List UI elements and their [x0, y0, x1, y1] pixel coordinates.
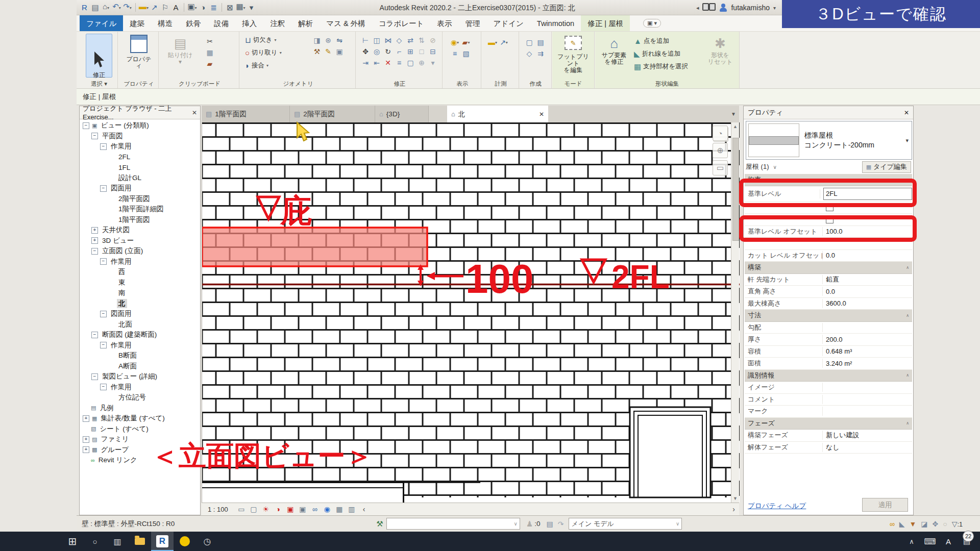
match-type-icon[interactable]: ▰	[204, 58, 215, 69]
close-icon[interactable]: ✕	[904, 109, 909, 116]
search-icon[interactable]: ○	[84, 532, 106, 551]
offset-icon[interactable]: ◫	[371, 35, 382, 46]
selected-roof[interactable]	[202, 228, 427, 266]
properties-header[interactable]: プロパティ ✕	[744, 106, 913, 119]
ribbon-display-toggle[interactable]: ▣ ▾	[643, 19, 661, 28]
align-icon[interactable]: ⊢	[360, 35, 371, 46]
measure-icon[interactable]: ▬▾	[138, 0, 149, 15]
tree-item[interactable]: 西	[80, 267, 200, 278]
select-elements-by-face-icon[interactable]: ◪	[921, 520, 927, 528]
property-value[interactable]: 3600.0	[823, 299, 912, 307]
tree-item[interactable]: 1FL	[80, 162, 200, 173]
view-list-arrow-icon[interactable]: ▼	[731, 111, 739, 117]
paint-icon[interactable]: ✎	[323, 46, 334, 57]
expand-icon[interactable]: +	[91, 227, 98, 234]
collapse-icon[interactable]: −	[91, 248, 98, 255]
trim-extend-corner-icon[interactable]: ⌐	[394, 46, 405, 57]
delete-icon[interactable]: ✕	[382, 57, 394, 68]
customize-quick-access-icon[interactable]: ▾	[246, 1, 257, 15]
match-icon[interactable]: ≡	[394, 57, 405, 68]
scroll-down-icon[interactable]: ▼	[731, 494, 739, 503]
panel-label-select[interactable]: 選択 ▾	[81, 80, 117, 88]
ribbon-tab[interactable]: コラボレート	[372, 15, 431, 31]
tree-item[interactable]: −図面用	[80, 309, 200, 319]
ribbon-tab[interactable]: 鉄骨	[179, 15, 207, 31]
create-assembly-icon[interactable]: ◇	[524, 48, 535, 59]
element-selection[interactable]: 屋根 (1)	[746, 162, 769, 171]
trim-extend-multi-icon[interactable]: ⇤	[371, 57, 382, 68]
collapse-icon[interactable]: −	[100, 185, 107, 192]
tree-item[interactable]: +3D ビュー	[80, 236, 200, 246]
cope-icon[interactable]: ⊔切欠き▾	[245, 34, 282, 46]
tree-item[interactable]: ▧シート (すべて)	[80, 424, 200, 435]
view-tab[interactable]: ⌂{3D}	[375, 106, 429, 122]
temporary-hide-isolate-icon[interactable]: ∞	[310, 505, 320, 513]
edit-type-button[interactable]: ▦ タイプ編集	[862, 161, 911, 173]
revit-app-icon[interactable]: R	[79, 1, 90, 15]
property-value[interactable]: 200.0	[823, 336, 912, 343]
tree-item[interactable]: −作業用	[80, 141, 200, 152]
collapse-icon[interactable]: −	[100, 342, 107, 348]
worksharing-display-icon[interactable]: ▥	[347, 505, 357, 513]
properties-button[interactable]: プロパティ	[125, 35, 153, 77]
select-pinned-elements-icon[interactable]: ▼	[909, 520, 916, 528]
ribbon-tab[interactable]: マス & 外構	[320, 15, 372, 31]
copy-icon[interactable]: ◎	[371, 46, 382, 57]
vertical-scrollbar[interactable]: ▲ ▼	[731, 122, 739, 503]
ribbon-tab[interactable]: 建築	[123, 15, 151, 31]
signed-in-user[interactable]: futakamisho	[731, 4, 769, 12]
yellow-app-icon[interactable]	[174, 532, 196, 551]
create-parts-icon[interactable]: ⇉	[535, 48, 546, 59]
dimension-aligned-icon[interactable]: ↗▾	[498, 37, 509, 48]
array-icon[interactable]: ⊞	[405, 46, 416, 57]
mirror-pick-axis-icon[interactable]: ⋈	[382, 35, 394, 46]
property-value[interactable]: 3.240 m²	[823, 360, 912, 367]
chevron-down-icon[interactable]: ∨	[773, 164, 777, 170]
revit-icon[interactable]: R	[151, 532, 174, 551]
design-options-dropdown[interactable]: メイン モデル∨	[569, 518, 682, 530]
tree-item[interactable]: −図面用	[80, 183, 200, 194]
drag-elements-on-selection-icon[interactable]: ✥	[933, 520, 939, 528]
tree-item[interactable]: −作業用	[80, 257, 200, 267]
property-value[interactable]: 0.648 m³	[823, 347, 912, 355]
tree-item[interactable]: 北面	[80, 319, 200, 330]
pin-icon[interactable]: □	[416, 46, 427, 57]
file-explorer-icon[interactable]	[129, 532, 151, 551]
view-scale[interactable]: 1 : 100	[208, 506, 228, 513]
collapse-icon[interactable]: −	[100, 384, 107, 390]
reveal-hidden-elements-icon[interactable]: ◉	[322, 505, 332, 513]
tree-item[interactable]: +▦集計表/数量 (すべて)	[80, 413, 200, 424]
ribbon-tab[interactable]: 管理	[458, 15, 486, 31]
tree-item[interactable]: −立面図 (立面)	[80, 246, 200, 257]
background-processes-icon[interactable]: ○	[943, 520, 947, 528]
filter-icon[interactable]: ▽:1	[952, 520, 963, 528]
tree-item[interactable]: 2階平面図	[80, 194, 200, 205]
collapse-icon[interactable]: −	[100, 258, 107, 265]
trim-extend-single-icon[interactable]: ⇥	[360, 57, 371, 68]
home-icon[interactable]: ⌂▾	[101, 0, 111, 15]
navigation-wheel-icon[interactable]: ◔	[713, 126, 728, 141]
type-selector[interactable]: 標準屋根 コンクリート-200mm ▾	[746, 121, 912, 160]
tree-item[interactable]: −平面図	[80, 131, 200, 142]
default-3d-view-icon[interactable]: ▣▾	[187, 0, 198, 15]
view-tab[interactable]: ⌂北✕	[447, 106, 548, 122]
collapse-icon[interactable]: −	[100, 143, 107, 150]
crop-region-visible-icon[interactable]: ▣	[298, 505, 308, 513]
tree-item[interactable]: B断面	[80, 350, 200, 361]
ribbon-tab[interactable]: 注釈	[263, 15, 291, 31]
lock-icon[interactable]: ⊕	[416, 57, 427, 68]
crop-region-off-icon[interactable]: ▣	[285, 505, 296, 513]
navigation-bar-icon[interactable]: ▭	[713, 160, 728, 176]
collapse-icon[interactable]: −	[91, 373, 98, 380]
search-icon[interactable]	[702, 3, 716, 12]
edit-footprint-button[interactable]: ✎ フットプリント を編集	[555, 36, 591, 77]
tag-by-category-icon[interactable]: ⚐	[160, 1, 170, 15]
tree-item[interactable]: −作業用	[80, 382, 200, 393]
scroll-up-icon[interactable]: ▲	[731, 122, 739, 131]
project-browser-header[interactable]: プロジェクト ブラウザ - 二上Exercise... ✕	[80, 106, 200, 119]
add-point-icon[interactable]: ▲点を追加	[634, 35, 688, 47]
copy-icon[interactable]: ▦	[204, 47, 215, 58]
tree-item[interactable]: 南	[80, 288, 200, 298]
rotate-icon[interactable]: ↻	[382, 46, 394, 57]
create-group-icon[interactable]: ▤	[535, 37, 546, 48]
